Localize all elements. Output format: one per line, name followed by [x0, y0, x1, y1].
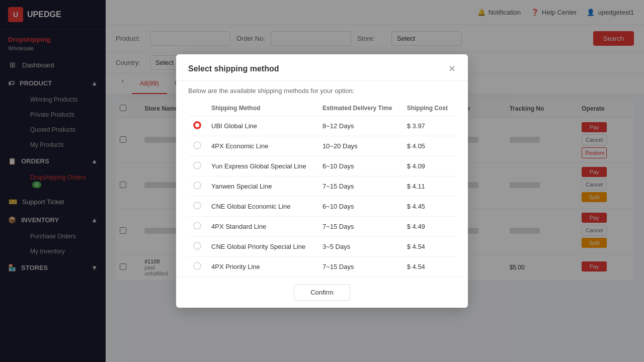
radio-cell-3: [188, 176, 206, 197]
shipping-table: Shipping Method Estimated Delivery Time …: [188, 101, 456, 277]
method-cost-3: $ 4.11: [402, 176, 456, 197]
method-delivery-5: 7~15 Days: [317, 217, 402, 237]
method-cost-4: $ 4.45: [402, 197, 456, 217]
radio-cell-5: [188, 217, 206, 237]
col-shipping-cost: Shipping Cost: [402, 101, 456, 116]
method-cost-1: $ 4.05: [402, 136, 456, 156]
shipping-method-row[interactable]: UBI Global Line 8~12 Days $ 3.97: [188, 116, 456, 136]
method-cost-6: $ 4.54: [402, 237, 456, 257]
shipping-method-row[interactable]: 4PX Economic Line 10~20 Days $ 4.05: [188, 136, 456, 156]
method-cost-0: $ 3.97: [402, 116, 456, 136]
modal-header: Select shipping method ✕: [176, 54, 468, 81]
radio-btn-4[interactable]: [193, 202, 201, 210]
modal-body: Shipping Method Estimated Delivery Time …: [176, 101, 468, 277]
shipping-method-row[interactable]: 4PX Priority Line 7~15 Days $ 4.54: [188, 257, 456, 277]
radio-cell-4: [188, 197, 206, 217]
radio-cell-7: [188, 257, 206, 277]
shipping-method-row[interactable]: CNE Global Economic Line 6~10 Days $ 4.4…: [188, 197, 456, 217]
method-name-5: 4PX Standard Line: [206, 217, 317, 237]
radio-cell-1: [188, 136, 206, 156]
modal-title: Select shipping method: [188, 64, 279, 73]
shipping-method-row[interactable]: 4PX Standard Line 7~15 Days $ 4.49: [188, 217, 456, 237]
modal-footer: Confirm: [176, 277, 468, 308]
shipping-method-row[interactable]: Yun Express Global Special Line 6~10 Day…: [188, 156, 456, 176]
method-delivery-0: 8~12 Days: [317, 116, 402, 136]
method-delivery-4: 6~10 Days: [317, 197, 402, 217]
radio-cell-6: [188, 237, 206, 257]
shipping-method-row[interactable]: Yanwen Special Line 7~15 Days $ 4.11: [188, 176, 456, 197]
radio-btn-3[interactable]: [193, 182, 201, 190]
method-name-6: CNE Global Priority Special Line: [206, 237, 317, 257]
method-delivery-2: 6~10 Days: [317, 156, 402, 176]
radio-cell-0: [188, 116, 206, 136]
method-name-4: CNE Global Economic Line: [206, 197, 317, 217]
method-delivery-6: 3~5 Days: [317, 237, 402, 257]
method-name-0: UBI Global Line: [206, 116, 317, 136]
col-delivery-time: Estimated Delivery Time: [317, 101, 402, 116]
method-name-2: Yun Express Global Special Line: [206, 156, 317, 176]
shipping-method-modal: Select shipping method ✕ Below are the a…: [176, 54, 468, 308]
confirm-button[interactable]: Confirm: [294, 284, 350, 301]
radio-btn-0[interactable]: [193, 121, 201, 129]
radio-btn-5[interactable]: [193, 222, 201, 230]
modal-overlay: Select shipping method ✕ Below are the a…: [0, 0, 644, 362]
method-delivery-7: 7~15 Days: [317, 257, 402, 277]
col-radio: [188, 101, 206, 116]
radio-cell-2: [188, 156, 206, 176]
method-name-7: 4PX Priority Line: [206, 257, 317, 277]
modal-close-button[interactable]: ✕: [448, 63, 456, 74]
radio-btn-7[interactable]: [193, 262, 201, 270]
method-name-3: Yanwen Special Line: [206, 176, 317, 197]
modal-subtitle: Below are the available shipping methods…: [176, 81, 468, 101]
shipping-method-row[interactable]: CNE Global Priority Special Line 3~5 Day…: [188, 237, 456, 257]
method-cost-5: $ 4.49: [402, 217, 456, 237]
col-shipping-method: Shipping Method: [206, 101, 317, 116]
method-delivery-3: 7~15 Days: [317, 176, 402, 197]
method-name-1: 4PX Economic Line: [206, 136, 317, 156]
method-cost-2: $ 4.09: [402, 156, 456, 176]
radio-btn-2[interactable]: [193, 161, 201, 169]
radio-btn-1[interactable]: [193, 141, 201, 149]
radio-btn-6[interactable]: [193, 242, 201, 250]
method-delivery-1: 10~20 Days: [317, 136, 402, 156]
method-cost-7: $ 4.54: [402, 257, 456, 277]
